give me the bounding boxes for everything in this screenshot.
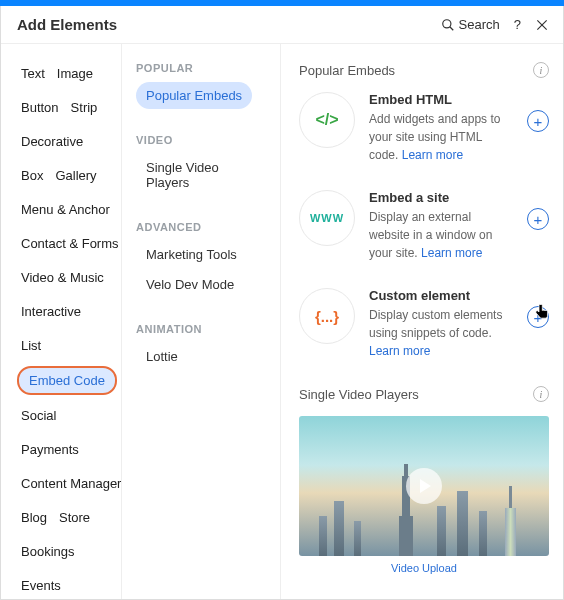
sidebar-item-box[interactable]: Box bbox=[17, 162, 51, 189]
subcategory-column: PopularPopular EmbedsVideoSingle Video P… bbox=[121, 44, 281, 599]
sidebar-item-list[interactable]: List bbox=[17, 332, 49, 359]
info-icon[interactable]: i bbox=[533, 386, 549, 402]
sidebar-item-bookings[interactable]: Bookings bbox=[17, 538, 82, 565]
sidebar-item-store[interactable]: Store bbox=[55, 504, 98, 531]
video-section: Single Video Players i Video Upload bbox=[299, 386, 549, 574]
embed-desc: Display an external website in a window … bbox=[369, 208, 513, 262]
sidebar-item-image[interactable]: Image bbox=[53, 60, 101, 87]
panel-title: Add Elements bbox=[17, 16, 441, 33]
close-icon[interactable] bbox=[535, 18, 549, 32]
add-elements-panel: Add Elements Search ? TextImageButtonStr… bbox=[0, 6, 564, 600]
learn-more-link[interactable]: Learn more bbox=[402, 148, 463, 162]
embed-desc: Add widgets and apps to your site using … bbox=[369, 110, 513, 164]
add-button-hovered[interactable]: + bbox=[527, 288, 549, 328]
sidebar-item-strip[interactable]: Strip bbox=[67, 94, 106, 121]
sub-item-velo-dev-mode[interactable]: Velo Dev Mode bbox=[136, 271, 244, 298]
sidebar-item-payments[interactable]: Payments bbox=[17, 436, 87, 463]
sidebar-item-contact-forms[interactable]: Contact & Forms bbox=[17, 230, 121, 257]
embed-item: {...}Custom elementDisplay custom elemen… bbox=[299, 288, 549, 360]
video-thumbnail[interactable] bbox=[299, 416, 549, 556]
sidebar-item-content-manager[interactable]: Content Manager bbox=[17, 470, 121, 497]
sidebar-item-video-music[interactable]: Video & Music bbox=[17, 264, 112, 291]
sidebar-item-interactive[interactable]: Interactive bbox=[17, 298, 89, 325]
video-caption[interactable]: Video Upload bbox=[299, 562, 549, 574]
sub-item-marketing-tools[interactable]: Marketing Tools bbox=[136, 241, 247, 268]
add-button[interactable]: + bbox=[527, 306, 549, 328]
sidebar-item-events[interactable]: Events bbox=[17, 572, 69, 599]
embed-desc: Display custom elements using snippets o… bbox=[369, 306, 513, 360]
header-actions: Search ? bbox=[441, 17, 549, 32]
embed-title: Embed a site bbox=[369, 190, 513, 205]
group-heading: Advanced bbox=[136, 221, 268, 233]
info-icon[interactable]: i bbox=[533, 62, 549, 78]
sidebar-item-text[interactable]: Text bbox=[17, 60, 53, 87]
sidebar-item-decorative[interactable]: Decorative bbox=[17, 128, 91, 155]
panel-header: Add Elements Search ? bbox=[1, 6, 563, 44]
popular-embeds-title: Popular Embeds bbox=[299, 63, 395, 78]
group-heading: Video bbox=[136, 134, 268, 146]
popular-embeds-header: Popular Embeds i bbox=[299, 62, 549, 78]
embed-text: Embed HTMLAdd widgets and apps to your s… bbox=[369, 92, 513, 164]
sub-item-lottie[interactable]: Lottie bbox=[136, 343, 188, 370]
search-button[interactable]: Search bbox=[441, 17, 500, 32]
video-section-header: Single Video Players i bbox=[299, 386, 549, 402]
add-button[interactable]: + bbox=[527, 110, 549, 132]
svg-point-0 bbox=[442, 19, 450, 27]
add-button[interactable]: + bbox=[527, 208, 549, 230]
sub-item-popular-embeds[interactable]: Popular Embeds bbox=[136, 82, 252, 109]
learn-more-link[interactable]: Learn more bbox=[369, 344, 430, 358]
sidebar-item-button[interactable]: Button bbox=[17, 94, 67, 121]
subcategory-group: AnimationLottie bbox=[136, 323, 268, 373]
panel-body: TextImageButtonStripDecorativeBoxGallery… bbox=[1, 44, 563, 599]
content-column: Popular Embeds i </>Embed HTMLAdd widget… bbox=[281, 44, 563, 599]
video-section-title: Single Video Players bbox=[299, 387, 419, 402]
embeds-list: </>Embed HTMLAdd widgets and apps to you… bbox=[299, 92, 549, 360]
search-label: Search bbox=[459, 17, 500, 32]
embed-icon[interactable]: WWW bbox=[299, 190, 355, 246]
sub-item-single-video-players[interactable]: Single Video Players bbox=[136, 154, 268, 196]
sidebar-item-embed-code[interactable]: Embed Code bbox=[17, 366, 117, 395]
embed-title: Custom element bbox=[369, 288, 513, 303]
sidebar-item-social[interactable]: Social bbox=[17, 402, 64, 429]
subcategory-group: AdvancedMarketing ToolsVelo Dev Mode bbox=[136, 221, 268, 301]
embed-title: Embed HTML bbox=[369, 92, 513, 107]
play-icon bbox=[406, 468, 442, 504]
sidebar-item-menu-anchor[interactable]: Menu & Anchor bbox=[17, 196, 118, 223]
subcategory-group: VideoSingle Video Players bbox=[136, 134, 268, 199]
embed-item: WWWEmbed a siteDisplay an external websi… bbox=[299, 190, 549, 262]
learn-more-link[interactable]: Learn more bbox=[421, 246, 482, 260]
group-heading: Popular bbox=[136, 62, 268, 74]
group-heading: Animation bbox=[136, 323, 268, 335]
search-icon bbox=[441, 18, 455, 32]
help-icon[interactable]: ? bbox=[514, 17, 521, 32]
embed-item: </>Embed HTMLAdd widgets and apps to you… bbox=[299, 92, 549, 164]
sidebar-item-gallery[interactable]: Gallery bbox=[51, 162, 104, 189]
embed-icon[interactable]: </> bbox=[299, 92, 355, 148]
embed-icon[interactable]: {...} bbox=[299, 288, 355, 344]
embed-text: Custom elementDisplay custom elements us… bbox=[369, 288, 513, 360]
embed-text: Embed a siteDisplay an external website … bbox=[369, 190, 513, 262]
svg-line-1 bbox=[449, 26, 453, 30]
sidebar-item-blog[interactable]: Blog bbox=[17, 504, 55, 531]
category-sidebar: TextImageButtonStripDecorativeBoxGallery… bbox=[1, 44, 121, 599]
subcategory-group: PopularPopular Embeds bbox=[136, 62, 268, 112]
